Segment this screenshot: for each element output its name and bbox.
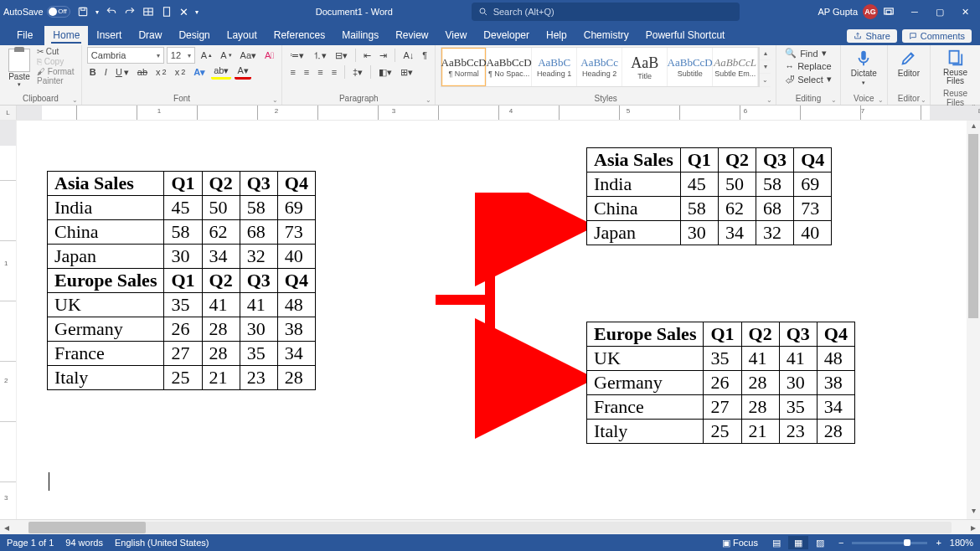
user-area[interactable]: AP Gupta AG <box>818 4 895 19</box>
table-cell[interactable]: 35 <box>704 347 741 371</box>
table-header-cell[interactable]: Q3 <box>240 269 277 293</box>
table-cell[interactable]: 48 <box>817 347 854 371</box>
tab-powerful-shortcut[interactable]: Powerful Shortcut <box>637 26 734 45</box>
style-item[interactable]: AaBbCcD¶ Normal <box>441 48 487 86</box>
styles-scroll[interactable]: ▴▾⌄ <box>759 47 771 87</box>
subscript-button[interactable]: x2 <box>153 66 169 78</box>
table-cell[interactable]: 38 <box>277 317 315 342</box>
paste-button[interactable]: Paste ▾ <box>5 47 34 90</box>
font-color-button[interactable]: A▾ <box>235 64 250 80</box>
web-layout-button[interactable]: ▨ <box>810 536 830 549</box>
page-status[interactable]: Page 1 of 1 <box>7 538 54 548</box>
table-cell[interactable]: 28 <box>202 317 240 342</box>
table-header-cell[interactable]: Asia Sales <box>48 172 164 196</box>
table-cell[interactable]: India <box>587 173 681 197</box>
zoom-in-button[interactable]: + <box>936 538 941 548</box>
font-size-combo[interactable]: 12▾ <box>167 47 195 64</box>
language-status[interactable]: English (United States) <box>115 538 209 548</box>
tab-insert[interactable]: Insert <box>88 26 130 45</box>
table-cell[interactable]: 28 <box>202 342 240 366</box>
table-cell[interactable]: 58 <box>240 196 277 220</box>
table-header-cell[interactable]: Q2 <box>202 269 240 293</box>
table-cell[interactable]: 26 <box>164 317 202 342</box>
asia-table[interactable]: Asia SalesQ1Q2Q3Q4India45505869China5862… <box>586 147 832 245</box>
table-cell[interactable]: Japan <box>587 221 681 245</box>
table-cell[interactable]: 58 <box>164 220 202 245</box>
align-left-button[interactable]: ≡ <box>287 66 297 78</box>
tab-layout[interactable]: Layout <box>219 26 266 45</box>
table-cell[interactable]: 48 <box>277 293 315 317</box>
tab-review[interactable]: Review <box>387 26 436 45</box>
combined-table[interactable]: Asia SalesQ1Q2Q3Q4India45505869China5862… <box>47 171 316 390</box>
table-cell[interactable]: 28 <box>741 371 779 395</box>
table-cell[interactable]: 41 <box>741 347 779 371</box>
table-header-cell[interactable]: Q4 <box>817 322 854 347</box>
table-header-cell[interactable]: Q2 <box>741 322 779 347</box>
redo-icon[interactable] <box>124 6 136 18</box>
table-cell[interactable]: UK <box>587 347 704 371</box>
table-cell[interactable]: 45 <box>680 173 718 197</box>
table-cell[interactable]: 34 <box>817 395 854 420</box>
tab-help[interactable]: Help <box>538 26 575 45</box>
table-cell[interactable]: 50 <box>718 173 756 197</box>
find-button[interactable]: 🔍 Find ▾ <box>781 47 835 59</box>
table-cell[interactable]: 30 <box>779 371 817 395</box>
table-cell[interactable]: 30 <box>240 317 277 342</box>
read-mode-button[interactable]: ▤ <box>766 536 787 549</box>
table-cell[interactable]: 32 <box>756 221 794 245</box>
table-header-cell[interactable]: Q4 <box>277 172 315 196</box>
table-cell[interactable]: Germany <box>48 317 164 342</box>
superscript-button[interactable]: x2 <box>173 66 188 78</box>
table-cell[interactable]: 73 <box>794 197 832 221</box>
table-cell[interactable]: 34 <box>277 342 315 366</box>
scroll-right-icon[interactable]: ▸ <box>967 522 980 533</box>
table-cell[interactable]: 28 <box>277 366 315 390</box>
align-center-button[interactable]: ≡ <box>302 66 312 78</box>
table-cell[interactable]: 40 <box>794 221 832 245</box>
tab-view[interactable]: View <box>437 26 476 45</box>
style-item[interactable]: AaBTitle <box>622 48 668 86</box>
table-icon[interactable] <box>142 6 154 18</box>
style-item[interactable]: AaBbCcLSubtle Em... <box>713 48 758 86</box>
vertical-ruler[interactable]: 123 <box>0 121 17 519</box>
close-icon[interactable]: ✕ <box>179 6 188 18</box>
table-cell[interactable]: UK <box>48 293 164 317</box>
focus-mode[interactable]: ▣ Focus <box>722 538 758 548</box>
decrease-indent-button[interactable]: ⇤ <box>361 49 374 62</box>
numbering-button[interactable]: ⒈▾ <box>310 49 329 63</box>
table-cell[interactable]: 32 <box>240 245 277 269</box>
table-cell[interactable]: 45 <box>164 196 202 220</box>
table-cell[interactable]: 28 <box>817 420 854 444</box>
table-cell[interactable]: 25 <box>704 420 741 444</box>
table-cell[interactable]: 38 <box>817 371 854 395</box>
table-header-cell[interactable]: Q4 <box>794 148 832 173</box>
format-painter-button[interactable]: 🖌 Format Painter <box>37 67 76 85</box>
tab-references[interactable]: References <box>266 26 333 45</box>
table-header-cell[interactable]: Q3 <box>756 148 794 173</box>
zoom-level[interactable]: 180% <box>950 538 973 548</box>
table-cell[interactable]: 69 <box>277 196 315 220</box>
table-cell[interactable]: 21 <box>202 366 240 390</box>
table-header-cell[interactable]: Q1 <box>680 148 718 173</box>
minimize-button[interactable]: ─ <box>910 7 920 17</box>
table-cell[interactable]: Germany <box>587 371 704 395</box>
hscroll-thumb[interactable] <box>28 522 146 533</box>
decrease-font-button[interactable]: A▾ <box>218 49 234 61</box>
table-header-cell[interactable]: Q2 <box>718 148 756 173</box>
table-header-cell[interactable]: Q1 <box>704 322 741 347</box>
table-cell[interactable]: Japan <box>48 245 164 269</box>
multilevel-button[interactable]: ⊟▾ <box>333 49 350 62</box>
tab-chemistry[interactable]: Chemistry <box>575 26 637 45</box>
style-item[interactable]: AaBbCcHeading 2 <box>577 48 622 86</box>
table-cell[interactable]: 41 <box>240 293 277 317</box>
line-spacing-button[interactable]: ‡▾ <box>350 66 365 79</box>
borders-button[interactable]: ⊞▾ <box>398 66 415 79</box>
search-box[interactable]: Search (Alt+Q) <box>472 3 740 21</box>
table-header-cell[interactable]: Europe Sales <box>587 322 704 347</box>
table-header-cell[interactable]: Q1 <box>164 172 202 196</box>
text-effects-button[interactable]: A▾ <box>191 66 208 79</box>
europe-table[interactable]: Europe SalesQ1Q2Q3Q4UK35414148Germany262… <box>586 322 855 444</box>
table-cell[interactable]: 50 <box>202 196 240 220</box>
table-cell[interactable]: 40 <box>277 245 315 269</box>
table-cell[interactable]: China <box>587 197 681 221</box>
